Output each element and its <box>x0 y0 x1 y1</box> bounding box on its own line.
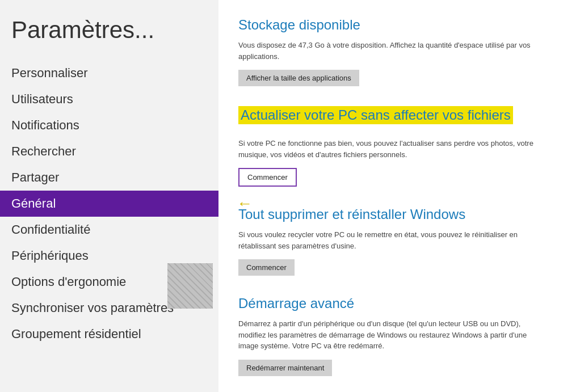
sidebar: Paramètres... Personnaliser Utilisateurs… <box>0 0 218 392</box>
main-content: Stockage disponible Vous disposez de 47,… <box>218 0 580 392</box>
supprimer-commencer-button[interactable]: Commencer <box>238 259 295 276</box>
sidebar-item-general[interactable]: Général <box>0 191 218 217</box>
sidebar-title: Paramètres... <box>0 11 218 60</box>
section-supprimer-description: Si vous voulez recycler votre PC ou le r… <box>238 229 533 251</box>
sidebar-item-utilisateurs[interactable]: Utilisateurs <box>0 86 218 112</box>
section-demarrage-title: Démarrage avancé <box>238 296 560 311</box>
afficher-taille-button[interactable]: Afficher la taille des applications <box>238 70 359 86</box>
section-actualiser-description: Si votre PC ne fonctionne pas bien, vous… <box>238 138 533 160</box>
arrow-indicator-icon: ← <box>237 195 253 213</box>
rechercher-thumbnail <box>167 263 213 309</box>
section-demarrage-description: Démarrez à partir d'un périphérique ou d… <box>238 318 533 352</box>
section-actualiser: Actualiser votre PC sans affecter vos fi… <box>238 106 560 187</box>
sidebar-item-rechercher[interactable]: Rechercher <box>0 138 218 165</box>
section-actualiser-title: Actualiser votre PC sans affecter vos fi… <box>241 107 511 123</box>
sidebar-item-notifications[interactable]: Notifications <box>0 112 218 138</box>
redemarrer-button[interactable]: Redémarrer maintenant <box>238 360 332 376</box>
sidebar-item-personnaliser[interactable]: Personnaliser <box>0 60 218 86</box>
section-actualiser-title-wrapper: Actualiser votre PC sans affecter vos fi… <box>238 106 513 124</box>
sidebar-item-confidentialite[interactable]: Confidentialité <box>0 217 218 243</box>
section-stockage: Stockage disponible Vous disposez de 47,… <box>238 17 560 86</box>
section-supprimer: Tout supprimer et réinstaller Windows Si… <box>238 206 560 276</box>
actualiser-commencer-button[interactable]: Commencer <box>238 168 297 187</box>
sidebar-item-groupement[interactable]: Groupement résidentiel <box>0 321 218 347</box>
section-supprimer-title: Tout supprimer et réinstaller Windows <box>238 206 560 222</box>
section-stockage-title: Stockage disponible <box>238 17 560 33</box>
section-stockage-description: Vous disposez de 47,3 Go à votre disposi… <box>238 40 533 62</box>
section-demarrage: Démarrage avancé Démarrez à partir d'un … <box>238 296 560 376</box>
sidebar-item-partager[interactable]: Partager <box>0 165 218 191</box>
